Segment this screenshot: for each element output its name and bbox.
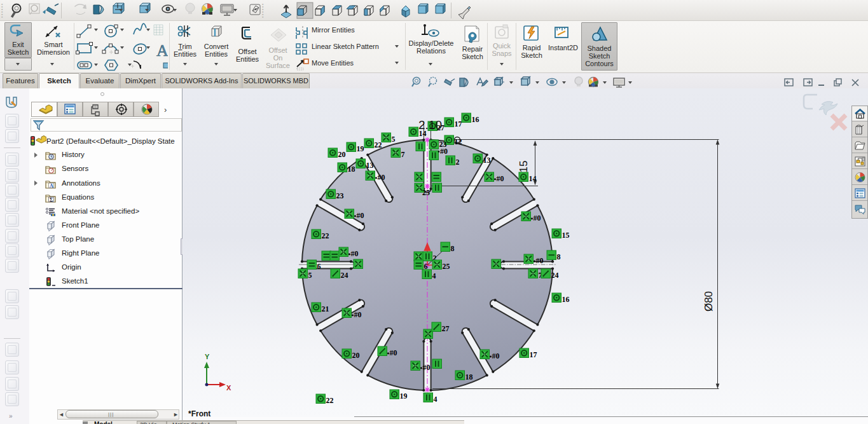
svg-text:8: 8 bbox=[451, 244, 455, 253]
svg-text:5: 5 bbox=[392, 135, 396, 144]
svg-text:25: 25 bbox=[443, 262, 450, 271]
svg-text:2: 2 bbox=[456, 158, 460, 167]
svg-text:#0: #0 bbox=[378, 173, 385, 182]
svg-text:13: 13 bbox=[483, 156, 491, 165]
svg-text:6: 6 bbox=[424, 262, 428, 271]
svg-text:7: 7 bbox=[401, 150, 405, 159]
svg-text:15: 15 bbox=[518, 161, 530, 173]
svg-text:#0: #0 bbox=[492, 352, 500, 360]
svg-text:#0: #0 bbox=[357, 211, 364, 220]
svg-text:20: 20 bbox=[352, 351, 360, 360]
svg-text:22: 22 bbox=[375, 140, 382, 149]
svg-text:13: 13 bbox=[366, 161, 374, 170]
svg-text:18: 18 bbox=[348, 165, 355, 174]
svg-text:14: 14 bbox=[529, 174, 537, 183]
svg-text:Y: Y bbox=[205, 353, 210, 360]
svg-text:Ø80: Ø80 bbox=[703, 291, 715, 311]
svg-text:5: 5 bbox=[308, 271, 312, 280]
svg-text:19: 19 bbox=[400, 392, 408, 400]
svg-text:20: 20 bbox=[338, 150, 346, 159]
svg-text:19: 19 bbox=[357, 144, 364, 153]
svg-text:#0: #0 bbox=[497, 174, 504, 183]
svg-text:17: 17 bbox=[455, 120, 462, 128]
svg-text:25: 25 bbox=[422, 188, 430, 197]
svg-text:22: 22 bbox=[326, 396, 334, 405]
svg-text:#0: #0 bbox=[536, 256, 544, 265]
svg-text:24: 24 bbox=[551, 271, 559, 280]
svg-text:24: 24 bbox=[341, 271, 348, 280]
svg-text:23: 23 bbox=[336, 191, 344, 200]
svg-text:X: X bbox=[226, 384, 231, 392]
svg-text:#0: #0 bbox=[354, 310, 362, 319]
svg-text:#0: #0 bbox=[534, 214, 541, 222]
svg-text:2.10: 2.10 bbox=[418, 118, 442, 132]
svg-text:4: 4 bbox=[432, 271, 436, 280]
svg-text:16: 16 bbox=[472, 115, 479, 124]
svg-text:12: 12 bbox=[455, 137, 462, 146]
svg-text:17: 17 bbox=[530, 350, 537, 359]
svg-text:6: 6 bbox=[317, 262, 321, 271]
svg-text:18: 18 bbox=[465, 373, 473, 381]
svg-text:#0: #0 bbox=[390, 348, 397, 357]
svg-text:#0: #0 bbox=[423, 363, 431, 372]
svg-text:16: 16 bbox=[562, 295, 570, 304]
svg-text:4: 4 bbox=[434, 395, 437, 404]
svg-text:#0: #0 bbox=[351, 249, 359, 258]
svg-text:8: 8 bbox=[557, 252, 561, 261]
svg-text:22: 22 bbox=[322, 231, 329, 240]
svg-text:27: 27 bbox=[442, 324, 450, 333]
svg-text:15: 15 bbox=[562, 231, 570, 240]
svg-text:21: 21 bbox=[322, 304, 329, 313]
svg-text:#0: #0 bbox=[440, 147, 448, 156]
